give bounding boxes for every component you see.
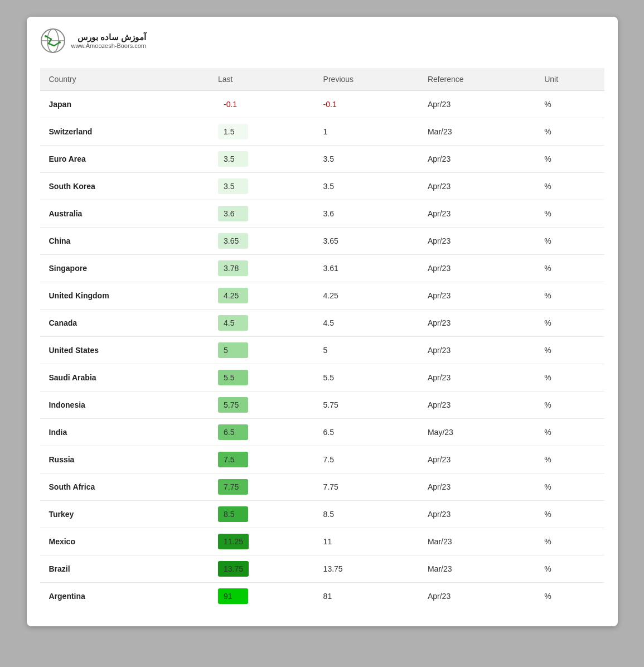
cell-unit: % — [535, 473, 604, 501]
cell-reference: Apr/23 — [419, 255, 535, 282]
cell-previous: 3.5 — [314, 146, 419, 173]
table-row: Turkey8.58.5Apr/23% — [40, 501, 604, 528]
logo-text: آموزش ساده بورس www.Amoozesh-Boors.com — [71, 32, 147, 49]
table-row: Brazil13.7513.75Mar/23% — [40, 555, 604, 583]
cell-last: 11.25 — [209, 528, 314, 555]
cell-last: 3.65 — [209, 228, 314, 255]
col-previous: Previous — [314, 68, 419, 91]
cell-last: 5 — [209, 337, 314, 364]
cell-unit: % — [535, 200, 604, 228]
cell-reference: May/23 — [419, 419, 535, 446]
cell-previous: 3.61 — [314, 255, 419, 282]
cell-unit: % — [535, 146, 604, 173]
cell-last: 91 — [209, 583, 314, 610]
cell-country: China — [40, 228, 210, 255]
cell-previous: 7.5 — [314, 446, 419, 473]
cell-unit: % — [535, 555, 604, 583]
logo-icon — [40, 28, 66, 54]
cell-unit: % — [535, 91, 604, 118]
cell-previous: 5.5 — [314, 364, 419, 392]
table-row: Saudi Arabia5.55.5Apr/23% — [40, 364, 604, 392]
cell-country: Argentina — [40, 583, 210, 610]
cell-unit: % — [535, 255, 604, 282]
cell-reference: Apr/23 — [419, 200, 535, 228]
cell-country: Turkey — [40, 501, 210, 528]
cell-reference: Apr/23 — [419, 501, 535, 528]
cell-last: 7.5 — [209, 446, 314, 473]
cell-last: 7.75 — [209, 473, 314, 501]
cell-country: Russia — [40, 446, 210, 473]
main-card: آموزش ساده بورس www.Amoozesh-Boors.com C… — [27, 17, 618, 626]
cell-previous: -0.1 — [314, 91, 419, 118]
cell-previous: 6.5 — [314, 419, 419, 446]
cell-unit: % — [535, 583, 604, 610]
cell-country: South Korea — [40, 173, 210, 200]
cell-reference: Apr/23 — [419, 91, 535, 118]
cell-reference: Mar/23 — [419, 118, 535, 146]
cell-last: 8.5 — [209, 501, 314, 528]
cell-previous: 4.5 — [314, 310, 419, 337]
cell-reference: Apr/23 — [419, 583, 535, 610]
cell-country: Saudi Arabia — [40, 364, 210, 392]
cell-country: Brazil — [40, 555, 210, 583]
table-row: India6.56.5May/23% — [40, 419, 604, 446]
table-header-row: Country Last Previous Reference Unit — [40, 68, 604, 91]
cell-previous: 5.75 — [314, 392, 419, 419]
cell-country: Switzerland — [40, 118, 210, 146]
cell-reference: Apr/23 — [419, 173, 535, 200]
col-reference: Reference — [419, 68, 535, 91]
cell-previous: 3.65 — [314, 228, 419, 255]
col-last: Last — [209, 68, 314, 91]
cell-country: South Africa — [40, 473, 210, 501]
cell-reference: Mar/23 — [419, 555, 535, 583]
cell-reference: Apr/23 — [419, 392, 535, 419]
data-table: Country Last Previous Reference Unit Jap… — [40, 68, 604, 610]
cell-previous: 11 — [314, 528, 419, 555]
cell-previous: 7.75 — [314, 473, 419, 501]
cell-reference: Apr/23 — [419, 146, 535, 173]
cell-previous: 1 — [314, 118, 419, 146]
cell-last: 3.78 — [209, 255, 314, 282]
cell-last: 4.5 — [209, 310, 314, 337]
svg-point-3 — [45, 35, 47, 37]
table-row: China3.653.65Apr/23% — [40, 228, 604, 255]
svg-point-4 — [59, 41, 61, 44]
table-row: Australia3.63.6Apr/23% — [40, 200, 604, 228]
cell-last: 3.5 — [209, 173, 314, 200]
table-row: South Korea3.53.5Apr/23% — [40, 173, 604, 200]
cell-previous: 13.75 — [314, 555, 419, 583]
cell-previous: 4.25 — [314, 282, 419, 310]
cell-last: 3.5 — [209, 146, 314, 173]
table-row: South Africa7.757.75Apr/23% — [40, 473, 604, 501]
table-row: Canada4.54.5Apr/23% — [40, 310, 604, 337]
cell-unit: % — [535, 118, 604, 146]
cell-country: Singapore — [40, 255, 210, 282]
cell-country: United States — [40, 337, 210, 364]
table-row: United Kingdom4.254.25Apr/23% — [40, 282, 604, 310]
cell-last: -0.1 — [209, 91, 314, 118]
cell-reference: Apr/23 — [419, 446, 535, 473]
cell-last: 6.5 — [209, 419, 314, 446]
cell-reference: Mar/23 — [419, 528, 535, 555]
cell-unit: % — [535, 228, 604, 255]
cell-last: 13.75 — [209, 555, 314, 583]
cell-reference: Apr/23 — [419, 473, 535, 501]
table-row: Switzerland1.51Mar/23% — [40, 118, 604, 146]
cell-reference: Apr/23 — [419, 364, 535, 392]
cell-unit: % — [535, 419, 604, 446]
cell-country: Canada — [40, 310, 210, 337]
cell-reference: Apr/23 — [419, 228, 535, 255]
table-row: Argentina9181Apr/23% — [40, 583, 604, 610]
table-row: Japan-0.1-0.1Apr/23% — [40, 91, 604, 118]
table-row: Euro Area3.53.5Apr/23% — [40, 146, 604, 173]
cell-unit: % — [535, 310, 604, 337]
col-country: Country — [40, 68, 210, 91]
table-row: Indonesia5.755.75Apr/23% — [40, 392, 604, 419]
cell-last: 1.5 — [209, 118, 314, 146]
cell-reference: Apr/23 — [419, 337, 535, 364]
logo-area: آموزش ساده بورس www.Amoozesh-Boors.com — [40, 28, 604, 58]
cell-last: 5.5 — [209, 364, 314, 392]
cell-unit: % — [535, 364, 604, 392]
cell-previous: 5 — [314, 337, 419, 364]
cell-reference: Apr/23 — [419, 310, 535, 337]
